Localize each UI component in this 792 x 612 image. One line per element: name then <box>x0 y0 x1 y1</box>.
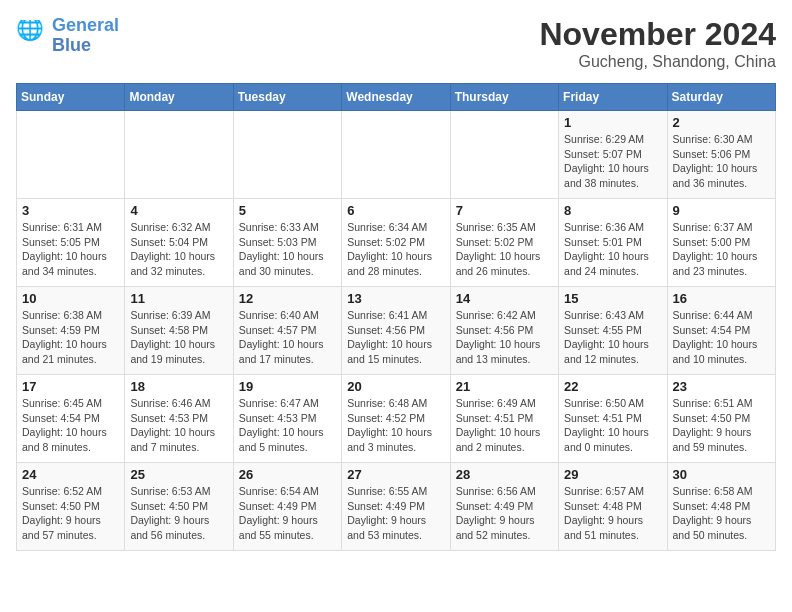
day-info: Sunrise: 6:34 AMSunset: 5:02 PMDaylight:… <box>347 220 444 279</box>
logo-icon: 🌐 <box>16 20 48 52</box>
week-row-1: 1Sunrise: 6:29 AMSunset: 5:07 PMDaylight… <box>17 111 776 199</box>
day-number: 5 <box>239 203 336 218</box>
day-cell: 6Sunrise: 6:34 AMSunset: 5:02 PMDaylight… <box>342 199 450 287</box>
day-cell: 20Sunrise: 6:48 AMSunset: 4:52 PMDayligh… <box>342 375 450 463</box>
day-info: Sunrise: 6:41 AMSunset: 4:56 PMDaylight:… <box>347 308 444 367</box>
day-cell: 17Sunrise: 6:45 AMSunset: 4:54 PMDayligh… <box>17 375 125 463</box>
day-info: Sunrise: 6:31 AMSunset: 5:05 PMDaylight:… <box>22 220 119 279</box>
day-number: 8 <box>564 203 661 218</box>
day-cell: 9Sunrise: 6:37 AMSunset: 5:00 PMDaylight… <box>667 199 775 287</box>
title-area: November 2024 Gucheng, Shandong, China <box>539 16 776 71</box>
day-info: Sunrise: 6:36 AMSunset: 5:01 PMDaylight:… <box>564 220 661 279</box>
day-info: Sunrise: 6:56 AMSunset: 4:49 PMDaylight:… <box>456 484 553 543</box>
weekday-saturday: Saturday <box>667 84 775 111</box>
day-number: 6 <box>347 203 444 218</box>
day-info: Sunrise: 6:54 AMSunset: 4:49 PMDaylight:… <box>239 484 336 543</box>
day-number: 18 <box>130 379 227 394</box>
calendar-body: 1Sunrise: 6:29 AMSunset: 5:07 PMDaylight… <box>17 111 776 551</box>
weekday-sunday: Sunday <box>17 84 125 111</box>
day-info: Sunrise: 6:30 AMSunset: 5:06 PMDaylight:… <box>673 132 770 191</box>
day-info: Sunrise: 6:29 AMSunset: 5:07 PMDaylight:… <box>564 132 661 191</box>
day-info: Sunrise: 6:40 AMSunset: 4:57 PMDaylight:… <box>239 308 336 367</box>
day-info: Sunrise: 6:52 AMSunset: 4:50 PMDaylight:… <box>22 484 119 543</box>
day-cell: 2Sunrise: 6:30 AMSunset: 5:06 PMDaylight… <box>667 111 775 199</box>
day-info: Sunrise: 6:51 AMSunset: 4:50 PMDaylight:… <box>673 396 770 455</box>
day-cell: 26Sunrise: 6:54 AMSunset: 4:49 PMDayligh… <box>233 463 341 551</box>
day-info: Sunrise: 6:50 AMSunset: 4:51 PMDaylight:… <box>564 396 661 455</box>
day-info: Sunrise: 6:46 AMSunset: 4:53 PMDaylight:… <box>130 396 227 455</box>
day-cell: 23Sunrise: 6:51 AMSunset: 4:50 PMDayligh… <box>667 375 775 463</box>
day-number: 14 <box>456 291 553 306</box>
day-number: 24 <box>22 467 119 482</box>
day-cell <box>342 111 450 199</box>
day-info: Sunrise: 6:38 AMSunset: 4:59 PMDaylight:… <box>22 308 119 367</box>
weekday-thursday: Thursday <box>450 84 558 111</box>
day-number: 29 <box>564 467 661 482</box>
calendar: SundayMondayTuesdayWednesdayThursdayFrid… <box>16 83 776 551</box>
day-cell: 4Sunrise: 6:32 AMSunset: 5:04 PMDaylight… <box>125 199 233 287</box>
day-info: Sunrise: 6:39 AMSunset: 4:58 PMDaylight:… <box>130 308 227 367</box>
day-cell: 22Sunrise: 6:50 AMSunset: 4:51 PMDayligh… <box>559 375 667 463</box>
day-number: 12 <box>239 291 336 306</box>
day-cell: 18Sunrise: 6:46 AMSunset: 4:53 PMDayligh… <box>125 375 233 463</box>
day-cell: 14Sunrise: 6:42 AMSunset: 4:56 PMDayligh… <box>450 287 558 375</box>
day-number: 19 <box>239 379 336 394</box>
day-number: 17 <box>22 379 119 394</box>
logo: 🌐 General Blue <box>16 16 119 56</box>
day-number: 25 <box>130 467 227 482</box>
weekday-friday: Friday <box>559 84 667 111</box>
day-number: 3 <box>22 203 119 218</box>
day-number: 26 <box>239 467 336 482</box>
day-number: 15 <box>564 291 661 306</box>
day-number: 21 <box>456 379 553 394</box>
week-row-4: 17Sunrise: 6:45 AMSunset: 4:54 PMDayligh… <box>17 375 776 463</box>
day-number: 30 <box>673 467 770 482</box>
day-cell <box>233 111 341 199</box>
day-number: 13 <box>347 291 444 306</box>
week-row-3: 10Sunrise: 6:38 AMSunset: 4:59 PMDayligh… <box>17 287 776 375</box>
day-info: Sunrise: 6:45 AMSunset: 4:54 PMDaylight:… <box>22 396 119 455</box>
day-info: Sunrise: 6:33 AMSunset: 5:03 PMDaylight:… <box>239 220 336 279</box>
svg-text:🌐: 🌐 <box>16 20 44 42</box>
day-cell: 11Sunrise: 6:39 AMSunset: 4:58 PMDayligh… <box>125 287 233 375</box>
day-number: 7 <box>456 203 553 218</box>
day-info: Sunrise: 6:55 AMSunset: 4:49 PMDaylight:… <box>347 484 444 543</box>
day-info: Sunrise: 6:57 AMSunset: 4:48 PMDaylight:… <box>564 484 661 543</box>
weekday-tuesday: Tuesday <box>233 84 341 111</box>
day-cell: 12Sunrise: 6:40 AMSunset: 4:57 PMDayligh… <box>233 287 341 375</box>
week-row-5: 24Sunrise: 6:52 AMSunset: 4:50 PMDayligh… <box>17 463 776 551</box>
logo-line1: General <box>52 15 119 35</box>
day-cell <box>125 111 233 199</box>
day-info: Sunrise: 6:49 AMSunset: 4:51 PMDaylight:… <box>456 396 553 455</box>
day-cell: 24Sunrise: 6:52 AMSunset: 4:50 PMDayligh… <box>17 463 125 551</box>
week-row-2: 3Sunrise: 6:31 AMSunset: 5:05 PMDaylight… <box>17 199 776 287</box>
day-info: Sunrise: 6:32 AMSunset: 5:04 PMDaylight:… <box>130 220 227 279</box>
day-info: Sunrise: 6:48 AMSunset: 4:52 PMDaylight:… <box>347 396 444 455</box>
logo-line2: Blue <box>52 35 91 55</box>
day-info: Sunrise: 6:42 AMSunset: 4:56 PMDaylight:… <box>456 308 553 367</box>
day-info: Sunrise: 6:58 AMSunset: 4:48 PMDaylight:… <box>673 484 770 543</box>
day-cell: 5Sunrise: 6:33 AMSunset: 5:03 PMDaylight… <box>233 199 341 287</box>
day-cell: 1Sunrise: 6:29 AMSunset: 5:07 PMDaylight… <box>559 111 667 199</box>
day-cell: 16Sunrise: 6:44 AMSunset: 4:54 PMDayligh… <box>667 287 775 375</box>
day-info: Sunrise: 6:44 AMSunset: 4:54 PMDaylight:… <box>673 308 770 367</box>
day-cell: 13Sunrise: 6:41 AMSunset: 4:56 PMDayligh… <box>342 287 450 375</box>
day-cell: 27Sunrise: 6:55 AMSunset: 4:49 PMDayligh… <box>342 463 450 551</box>
day-number: 9 <box>673 203 770 218</box>
day-number: 20 <box>347 379 444 394</box>
weekday-wednesday: Wednesday <box>342 84 450 111</box>
day-number: 4 <box>130 203 227 218</box>
day-number: 23 <box>673 379 770 394</box>
day-cell: 7Sunrise: 6:35 AMSunset: 5:02 PMDaylight… <box>450 199 558 287</box>
day-cell: 3Sunrise: 6:31 AMSunset: 5:05 PMDaylight… <box>17 199 125 287</box>
day-number: 1 <box>564 115 661 130</box>
day-number: 22 <box>564 379 661 394</box>
day-cell: 21Sunrise: 6:49 AMSunset: 4:51 PMDayligh… <box>450 375 558 463</box>
day-number: 2 <box>673 115 770 130</box>
day-number: 27 <box>347 467 444 482</box>
day-cell: 10Sunrise: 6:38 AMSunset: 4:59 PMDayligh… <box>17 287 125 375</box>
weekday-monday: Monday <box>125 84 233 111</box>
day-info: Sunrise: 6:53 AMSunset: 4:50 PMDaylight:… <box>130 484 227 543</box>
day-cell <box>450 111 558 199</box>
day-info: Sunrise: 6:47 AMSunset: 4:53 PMDaylight:… <box>239 396 336 455</box>
